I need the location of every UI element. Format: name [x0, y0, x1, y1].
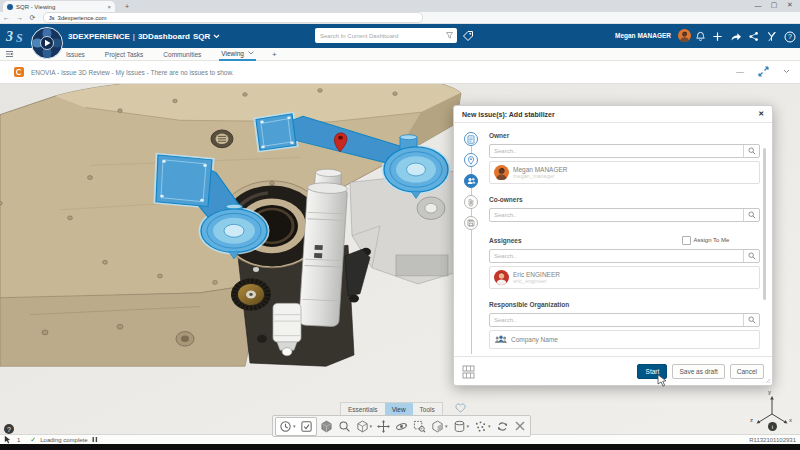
sidebar-toggle-icon[interactable]: [5, 50, 14, 58]
widget-minimize-icon[interactable]: —: [736, 69, 744, 75]
add-tab-icon[interactable]: +: [272, 50, 277, 59]
swym-icon[interactable]: [765, 30, 778, 43]
widget-expand-icon[interactable]: [758, 66, 769, 77]
reload-icon[interactable]: ⟳: [26, 14, 39, 22]
dialog-footer: Start Save as draft Cancel: [454, 356, 772, 386]
filter-icon[interactable]: [445, 31, 454, 40]
pan-tool-icon[interactable]: [375, 418, 392, 435]
assign-to-me-checkbox[interactable]: [682, 236, 691, 245]
compass-icon[interactable]: [30, 26, 64, 60]
rotate-orbit-icon[interactable]: [393, 418, 410, 435]
form-display-toggle-icon[interactable]: [462, 365, 475, 379]
look-at-face-icon[interactable]: ▾: [429, 418, 450, 435]
tab-caret-icon[interactable]: [248, 51, 254, 55]
assignee-user-card[interactable]: Eric ENGINEER eric_engineer: [489, 266, 760, 289]
tab-viewing[interactable]: Viewing: [219, 47, 256, 61]
zoom-area-icon[interactable]: [411, 418, 428, 435]
pause-icon[interactable]: [92, 436, 98, 443]
reset-view-icon[interactable]: [494, 418, 511, 435]
widget-menu-caret-icon[interactable]: [783, 69, 790, 74]
step-attachments-icon[interactable]: [464, 195, 478, 209]
mouse-cursor-icon: [657, 374, 668, 387]
section-cylinder-icon[interactable]: ▾: [451, 418, 472, 435]
owner-user-card[interactable]: Megan MANAGER megan_manager: [489, 161, 760, 184]
assign-to-me[interactable]: Assign To Me: [682, 236, 729, 245]
dashboard-search[interactable]: [315, 28, 457, 43]
stepper-line: [471, 140, 472, 354]
tab-issues[interactable]: Issues: [64, 48, 87, 60]
share-nodes-icon[interactable]: [747, 30, 760, 43]
responsible-org-search-field[interactable]: [489, 313, 760, 327]
step-save-icon[interactable]: [464, 216, 478, 230]
close-toolbar-icon[interactable]: [512, 418, 528, 435]
bottom-edge: [0, 444, 800, 450]
dassault-3ds-logo-icon[interactable]: 3 S: [5, 27, 31, 45]
cancel-button[interactable]: Cancel: [730, 364, 764, 379]
browser-tab-strip: SQR - Viewing × + — ▢ ✕: [0, 0, 800, 12]
share-arrow-icon[interactable]: [729, 30, 742, 43]
validate-tool-icon[interactable]: [298, 418, 315, 435]
window-close-icon[interactable]: ✕: [782, 1, 798, 9]
brand-3ddashboard: 3DDashboard: [138, 32, 190, 41]
responsible-org-search-icon[interactable]: [743, 314, 759, 326]
history-tool-icon[interactable]: ▾: [277, 418, 298, 435]
viewer-help-icon[interactable]: ?: [4, 424, 14, 434]
assignees-search-field[interactable]: [489, 249, 760, 263]
shaded-view-icon[interactable]: [318, 418, 335, 435]
notifications-bell-icon[interactable]: [694, 30, 707, 43]
save-as-draft-button[interactable]: Save as draft: [672, 364, 724, 379]
assignees-search-icon[interactable]: [743, 250, 759, 262]
dialog-close-icon[interactable]: ✕: [758, 110, 764, 118]
url-field[interactable]: 3s 3dexperience.com: [43, 12, 423, 23]
dashboard-name[interactable]: SQR: [193, 32, 210, 41]
new-tab-icon[interactable]: +: [125, 3, 129, 10]
tab-communities[interactable]: Communities: [161, 48, 203, 60]
browser-tab[interactable]: SQR - Viewing ×: [3, 1, 115, 12]
viewer-tab-view[interactable]: View: [385, 403, 413, 415]
viewer-toolbar: ▾ ▾ ▾ ▾ ▾: [272, 415, 531, 437]
dashboard-caret-icon[interactable]: [213, 34, 220, 39]
forward-icon[interactable]: →: [13, 14, 26, 21]
application-window: SQR - Viewing × + — ▢ ✕ ← → ⟳ 3s 3dexper…: [0, 0, 800, 450]
svg-text:?: ?: [788, 33, 792, 40]
user-name[interactable]: Megan MANAGER: [615, 32, 671, 39]
add-content-icon[interactable]: [711, 30, 724, 43]
brass-plug[interactable]: [231, 278, 271, 310]
assignees-search-input[interactable]: [490, 250, 743, 262]
dialog-scrollbar[interactable]: [763, 148, 766, 300]
help-icon[interactable]: ?: [783, 30, 796, 43]
responsible-org-label: Responsible Organization: [489, 301, 569, 308]
view-modes-icon[interactable]: ▾: [354, 418, 375, 435]
app-header: 3 S 3DEXPERIENCE | 3DDashboard SQR: [0, 24, 800, 48]
step-location-icon[interactable]: [464, 153, 478, 167]
info-icon[interactable]: i: [768, 422, 777, 431]
step-details-icon[interactable]: [464, 132, 478, 146]
zoom-tool-icon[interactable]: [336, 418, 353, 435]
brand-3dexperience: 3DEXPERIENCE: [68, 32, 130, 41]
organization-card[interactable]: Company Name: [489, 330, 760, 349]
step-people-icon[interactable]: [464, 174, 478, 188]
coowners-search-field[interactable]: [489, 208, 760, 222]
responsible-org-search-input[interactable]: [490, 314, 743, 326]
axis-z-label: z: [750, 417, 753, 423]
tab-project-tasks[interactable]: Project Tasks: [103, 48, 146, 60]
owner-search-icon[interactable]: [743, 145, 759, 157]
point-cloud-icon[interactable]: ▾: [472, 418, 493, 435]
owner-search-input[interactable]: [490, 145, 743, 157]
window-minimize-icon[interactable]: —: [750, 2, 766, 9]
coowners-search-input[interactable]: [490, 209, 743, 221]
window-maximize-icon[interactable]: ▢: [766, 1, 782, 9]
loading-status: Loading complete: [40, 437, 87, 443]
tab-close-icon[interactable]: ×: [107, 4, 111, 10]
tag-icon[interactable]: [462, 30, 474, 42]
favorites-heart-icon[interactable]: [455, 403, 466, 413]
viewer-tab-essentials[interactable]: Essentials: [341, 403, 385, 415]
dashboard-search-input[interactable]: [318, 32, 445, 40]
owner-search-field[interactable]: [489, 144, 760, 158]
dialog-resize-handle[interactable]: [765, 378, 771, 384]
back-icon[interactable]: ←: [0, 14, 13, 21]
user-avatar[interactable]: [678, 29, 691, 42]
assignee-avatar: [494, 270, 509, 285]
viewer-tab-tools[interactable]: Tools: [413, 403, 442, 415]
coowners-search-icon[interactable]: [743, 209, 759, 221]
